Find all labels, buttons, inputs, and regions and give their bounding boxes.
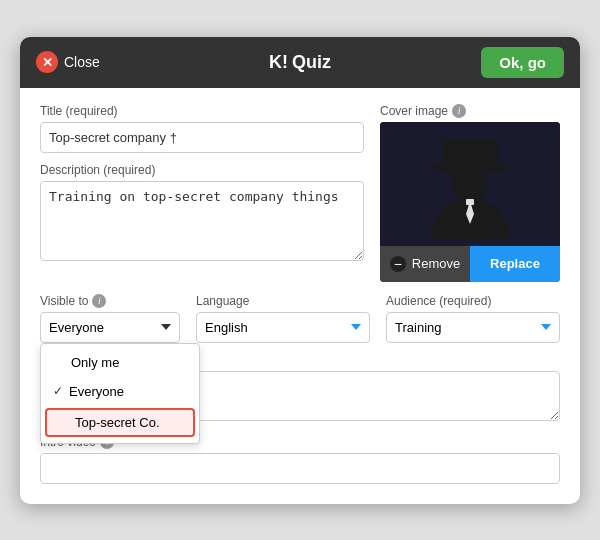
intro-input[interactable]: https://www.youtube.com/watch?v=xvNR4SRJ… [40,453,560,484]
language-value: English [205,320,248,335]
visible-to-section: Visible to i Everyone Only me ✓ Everyone [40,294,180,343]
modal-body: Title (required) Description (required) … [20,88,580,504]
dropdown-item-only-me[interactable]: Only me [41,348,199,377]
audience-arrow-icon [541,324,551,330]
remove-icon: − [390,256,406,272]
visible-to-value: Everyone [49,320,104,335]
quiz-title: Quiz [292,52,331,73]
modal-container: ✕ Close K! Quiz Ok, go Title (required) … [20,37,580,504]
audience-section: Audience (required) Training [386,294,560,343]
language-dropdown[interactable]: English [196,312,370,343]
bottom-row: Visible to i Everyone Only me ✓ Everyone [40,294,560,343]
cover-image-section: Cover image i [380,104,560,282]
spy-figure [380,122,560,246]
language-label: Language [196,294,370,308]
close-icon: ✕ [36,51,58,73]
dropdown-item-top-secret[interactable]: Top-secret Co. [45,408,195,437]
replace-button[interactable]: Replace [470,246,560,282]
cover-info-icon: i [452,104,466,118]
svg-rect-4 [466,199,474,205]
language-arrow-icon [351,324,361,330]
audience-dropdown[interactable]: Training [386,312,560,343]
modal-title: K! Quiz [269,52,331,73]
spy-svg [420,129,520,239]
visible-to-dropdown[interactable]: Everyone [40,312,180,343]
audience-value: Training [395,320,441,335]
cover-image-box: − Remove Replace [380,122,560,282]
modal-header: ✕ Close K! Quiz Ok, go [20,37,580,88]
cover-image-buttons: − Remove Replace [380,246,560,282]
visible-to-label: Visible to i [40,294,180,308]
visible-info-icon: i [92,294,106,308]
k-logo: K! [269,52,288,73]
cover-image-label: Cover image i [380,104,560,118]
title-description-section: Title (required) Description (required) … [40,104,364,282]
title-cover-row: Title (required) Description (required) … [40,104,560,282]
remove-button[interactable]: − Remove [380,246,470,282]
visible-to-arrow-icon [161,324,171,330]
audience-label: Audience (required) [386,294,560,308]
dropdown-item-everyone[interactable]: ✓ Everyone [41,377,199,406]
check-icon: ✓ [53,384,63,398]
description-label: Description (required) [40,163,364,177]
description-input[interactable]: Training on top-secret company things [40,181,364,261]
title-input[interactable] [40,122,364,153]
language-section: Language English [196,294,370,343]
close-button[interactable]: ✕ Close [36,51,100,73]
close-label: Close [64,54,100,70]
visible-to-menu: Only me ✓ Everyone Top-secret Co. [40,343,200,444]
ok-button[interactable]: Ok, go [481,47,564,78]
title-label: Title (required) [40,104,364,118]
